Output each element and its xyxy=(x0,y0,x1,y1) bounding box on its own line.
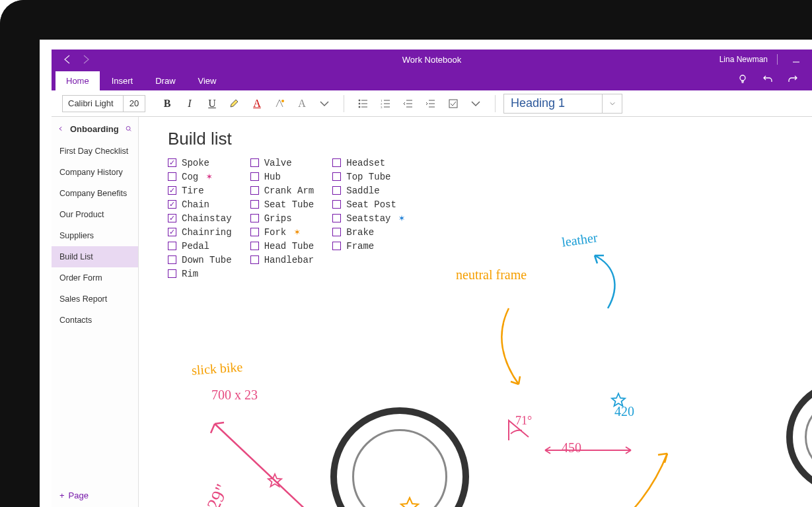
checklist-item[interactable]: Hub xyxy=(250,170,314,183)
bold-button[interactable]: B xyxy=(156,94,178,114)
checkbox[interactable] xyxy=(168,186,176,195)
tab-home[interactable]: Home xyxy=(55,71,100,90)
checkbox[interactable] xyxy=(168,255,176,264)
checkbox[interactable] xyxy=(168,228,176,236)
checklist-label: Seat Tube xyxy=(264,199,314,210)
checkbox[interactable] xyxy=(250,200,259,209)
highlight-button[interactable] xyxy=(223,94,246,114)
bullet-list-button[interactable] xyxy=(352,94,375,114)
checklist-item[interactable]: Fork✶ xyxy=(250,226,314,238)
svg-rect-8 xyxy=(449,100,457,108)
checkbox[interactable] xyxy=(168,200,176,209)
checklist-label: Fork xyxy=(264,227,287,238)
chevron-left-icon xyxy=(58,125,63,133)
checklist-item[interactable]: Headset xyxy=(332,156,404,169)
tab-view[interactable]: View xyxy=(188,71,227,90)
font-name-input[interactable]: Calibri Light xyxy=(63,96,124,112)
checklist-item[interactable]: Crank Arm xyxy=(250,184,314,197)
checklist-item[interactable]: Cog✶ xyxy=(168,170,232,183)
checklist-item[interactable]: Chainring xyxy=(168,226,232,238)
checklist-item[interactable]: Frame xyxy=(332,240,404,252)
nav-forward-button[interactable] xyxy=(77,50,95,69)
checklist-item[interactable]: Down Tube xyxy=(168,254,232,266)
checkbox[interactable] xyxy=(168,269,176,278)
add-page-button[interactable]: + Page xyxy=(52,484,138,507)
checkbox[interactable] xyxy=(250,158,259,167)
font-size-input[interactable]: 20 xyxy=(124,96,145,112)
checkbox[interactable] xyxy=(332,186,341,195)
divider xyxy=(495,95,496,112)
checklist-label: Top Tube xyxy=(346,172,390,182)
checkbox[interactable] xyxy=(332,242,341,250)
checklist-item[interactable]: Seat Post xyxy=(332,198,404,211)
checkbox[interactable] xyxy=(332,214,341,222)
undo-button[interactable] xyxy=(759,71,776,88)
checklist-item[interactable]: Spoke xyxy=(168,156,232,169)
checklist-label: Cog xyxy=(182,172,198,182)
checkbox[interactable] xyxy=(168,214,176,222)
nav-back-button[interactable] xyxy=(58,50,77,69)
text-effects-button[interactable] xyxy=(268,94,291,114)
checklist-item[interactable]: Saddle xyxy=(332,184,404,197)
page-item[interactable]: Company History xyxy=(52,162,138,183)
checkbox[interactable] xyxy=(332,228,341,236)
indent-button[interactable] xyxy=(420,94,442,114)
checklist-item[interactable]: Valve xyxy=(250,156,314,169)
checklist-item[interactable]: Pedal xyxy=(168,240,232,252)
user-name[interactable]: Lina Newman xyxy=(720,55,768,64)
checklist-item[interactable]: Tire xyxy=(168,184,232,197)
checklist-item[interactable]: Top Tube xyxy=(332,170,404,183)
checkbox[interactable] xyxy=(168,242,176,250)
font-selector[interactable]: Calibri Light 20 xyxy=(62,95,145,112)
section-header[interactable]: Onboarding xyxy=(52,117,138,141)
checklist-item[interactable]: Brake xyxy=(332,226,404,238)
search-icon[interactable] xyxy=(126,124,131,133)
page-item[interactable]: Build List xyxy=(52,246,138,267)
number-list-button[interactable]: 123 xyxy=(375,94,397,114)
page-item[interactable]: Order Form xyxy=(52,267,138,288)
italic-button[interactable]: I xyxy=(178,94,201,114)
tab-insert[interactable]: Insert xyxy=(101,71,144,90)
outdent-button[interactable] xyxy=(397,94,420,114)
checkbox[interactable] xyxy=(250,172,259,181)
checklist-item[interactable]: Chain xyxy=(168,198,232,211)
checklist-item[interactable]: Rim xyxy=(168,267,232,280)
checkbox[interactable] xyxy=(168,172,176,181)
checkbox[interactable] xyxy=(250,242,259,250)
checkbox[interactable] xyxy=(250,214,259,222)
underline-button[interactable]: U xyxy=(201,94,223,114)
checklist-item[interactable]: Head Tube xyxy=(250,240,314,252)
tab-draw[interactable]: Draw xyxy=(145,71,186,90)
more-font-button[interactable] xyxy=(313,94,336,114)
checkbox[interactable] xyxy=(332,172,341,181)
font-color-button[interactable]: A xyxy=(246,94,268,114)
checkbox[interactable] xyxy=(332,200,341,209)
checklist-item[interactable]: Seatstay✶ xyxy=(332,212,404,224)
checkbox[interactable] xyxy=(250,228,259,236)
more-paragraph-button[interactable] xyxy=(464,94,487,114)
checklist-item[interactable]: Chainstay xyxy=(168,212,232,224)
page-item[interactable]: Contacts xyxy=(52,310,138,331)
todo-tag-button[interactable] xyxy=(442,94,464,114)
clear-formatting-button[interactable]: A xyxy=(291,94,313,114)
checklist-item[interactable]: Seat Tube xyxy=(250,198,314,211)
page-item[interactable]: Suppliers xyxy=(52,225,138,246)
page-item[interactable]: Our Product xyxy=(52,204,138,225)
minimize-button[interactable] xyxy=(787,50,805,69)
page-item[interactable]: Company Benefits xyxy=(52,183,138,204)
page-item[interactable]: Sales Report xyxy=(52,288,138,310)
checkbox[interactable] xyxy=(168,158,176,167)
checkbox[interactable] xyxy=(332,158,341,167)
style-dropdown[interactable]: Heading 1 xyxy=(503,94,603,114)
redo-button[interactable] xyxy=(784,71,801,88)
lightbulb-icon[interactable] xyxy=(734,71,751,88)
checkbox[interactable] xyxy=(250,255,259,264)
page-title[interactable]: Build list xyxy=(168,129,232,149)
checklist-label: Grips xyxy=(264,213,292,224)
page-item[interactable]: First Day Checklist xyxy=(52,141,138,162)
style-dropdown-arrow[interactable] xyxy=(603,94,622,114)
checklist-item[interactable]: Handlebar xyxy=(250,254,314,266)
checklist-item[interactable]: Grips xyxy=(250,212,314,224)
checkbox[interactable] xyxy=(250,186,259,195)
page-canvas[interactable]: Build list SpokeCog✶TireChainChainstayCh… xyxy=(139,117,812,507)
